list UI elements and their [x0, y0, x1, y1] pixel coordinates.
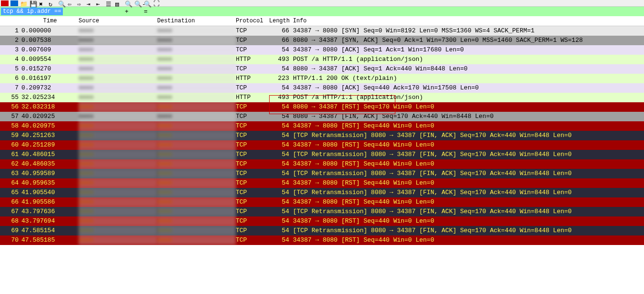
- cell-source: ■■■■: [79, 26, 157, 36]
- cell-source: ■■■■: [79, 159, 157, 169]
- cell-info: 34387 → 8080 [SYN] Seq=0 Win=8192 Len=0 …: [293, 26, 644, 36]
- cell-info: 8080 → 34387 [RST] Seq=170 Win=0 Len=0: [293, 102, 644, 112]
- cell-destination: ■■■■: [157, 45, 236, 55]
- cell-protocol: TCP: [236, 83, 269, 93]
- display-filter-bar: tcp && ip.addr ==: [0, 7, 644, 16]
- cell-time: 43.797636: [21, 207, 79, 216]
- cell-no: 62: [0, 159, 21, 169]
- cell-length: 493: [269, 93, 293, 102]
- square-red-icon[interactable]: [1, 0, 9, 6]
- header-length[interactable]: Length: [269, 18, 293, 24]
- cell-destination: ■■■■: [157, 131, 236, 140]
- cell-no: 64: [0, 178, 21, 188]
- cell-source: ■■■■: [79, 150, 157, 159]
- cell-info: 34387 → 8080 [RST] Seq=440 Win=0 Len=0: [293, 216, 644, 226]
- packet-row[interactable]: 6340.959589■■■■■■■■TCP54[TCP Retransmiss…: [0, 169, 644, 178]
- folder-icon[interactable]: 📁: [20, 0, 28, 6]
- packet-row[interactable]: 60.016197■■■■■■■■HTTP223HTTP/1.1 200 OK …: [0, 74, 644, 83]
- cell-no: 1: [0, 26, 21, 36]
- packet-row[interactable]: 40.009554■■■■■■■■HTTP493POST /a HTTP/1.1…: [0, 55, 644, 64]
- resize-columns-icon[interactable]: ⛶: [153, 0, 161, 6]
- header-time[interactable]: Time: [21, 18, 79, 24]
- cell-info: 34387 → 8080 [ACK] Seq=1 Ack=1 Win=17680…: [293, 45, 644, 55]
- cell-length: 493: [269, 55, 293, 64]
- cell-no: 59: [0, 131, 21, 140]
- cell-info: POST /a HTTP/1.1 (application/json): [293, 93, 644, 102]
- cell-protocol: TCP: [236, 169, 269, 178]
- cell-time: 0.016197: [21, 74, 79, 83]
- cell-no: 6: [0, 74, 21, 83]
- cell-protocol: TCP: [236, 235, 269, 245]
- packet-row[interactable]: 5940.251263■■■■■■■■TCP54[TCP Retransmiss…: [0, 131, 644, 140]
- cell-no: 4: [0, 55, 21, 64]
- zoom-out-icon[interactable]: 🔍-: [134, 0, 142, 6]
- cell-protocol: TCP: [236, 197, 269, 207]
- cell-info: POST /a HTTP/1.1 (application/json): [293, 55, 644, 64]
- cell-no: 66: [0, 197, 21, 207]
- packet-row[interactable]: 10.000000■■■■■■■■TCP6634387 → 8080 [SYN]…: [0, 26, 644, 36]
- cell-time: 0.009554: [21, 55, 79, 64]
- cell-info: 34387 → 8080 [RST] Seq=440 Win=0 Len=0: [293, 178, 644, 188]
- display-filter-input[interactable]: tcp && ip.addr ==: [1, 8, 63, 15]
- cell-destination: ■■■■: [157, 197, 236, 207]
- packet-row[interactable]: 6641.905586■■■■■■■■TCP5434387 → 8080 [RS…: [0, 197, 644, 207]
- packet-row[interactable]: 5740.020925■■■■■■■■TCP548080 → 34387 [FI…: [0, 112, 644, 121]
- square-blue-icon[interactable]: [10, 0, 18, 6]
- packet-row[interactable]: 6743.797636■■■■■■■■TCP54[TCP Retransmiss…: [0, 207, 644, 216]
- packet-row[interactable]: 6140.486015■■■■■■■■TCP54[TCP Retransmiss…: [0, 150, 644, 159]
- cell-time: 40.959635: [21, 178, 79, 188]
- header-info[interactable]: Info: [293, 18, 644, 24]
- cell-length: 54: [269, 188, 293, 197]
- search-icon[interactable]: 🔍: [58, 0, 66, 6]
- cell-protocol: TCP: [236, 121, 269, 131]
- packet-row[interactable]: 6947.585154■■■■■■■■TCP54[TCP Retransmiss…: [0, 226, 644, 235]
- cell-source: ■■■■: [79, 197, 157, 207]
- packet-list[interactable]: 10.000000■■■■■■■■TCP6634387 → 8080 [SYN]…: [0, 26, 644, 245]
- jump-first-icon[interactable]: ⇤: [96, 0, 104, 6]
- cell-info: [TCP Retransmission] 8080 → 34387 [FIN, …: [293, 188, 644, 197]
- packet-row[interactable]: 7047.585185■■■■■■■■TCP5434387 → 8080 [RS…: [0, 235, 644, 245]
- packet-row[interactable]: 6240.486035■■■■■■■■TCP5434387 → 8080 [RS…: [0, 159, 644, 169]
- cell-protocol: TCP: [236, 188, 269, 197]
- zoom-in-icon[interactable]: 🔍+: [125, 0, 132, 6]
- packet-row[interactable]: 6541.905540■■■■■■■■TCP54[TCP Retransmiss…: [0, 188, 644, 197]
- save-icon[interactable]: 💾: [30, 0, 37, 6]
- header-protocol[interactable]: Protocol: [236, 18, 269, 24]
- cell-length: 54: [269, 45, 293, 55]
- cell-time: 0.015270: [21, 64, 79, 74]
- cell-protocol: TCP: [236, 150, 269, 159]
- packet-row[interactable]: 5840.020975■■■■■■■■TCP5434387 → 8080 [RS…: [0, 121, 644, 131]
- forward-icon[interactable]: ⇨: [77, 0, 85, 6]
- header-destination[interactable]: Destination: [157, 18, 236, 24]
- cell-destination: ■■■■: [157, 140, 236, 150]
- reload-icon[interactable]: ↻: [49, 0, 56, 6]
- cell-source: ■■■■: [79, 140, 157, 150]
- cell-protocol: TCP: [236, 64, 269, 74]
- close-icon[interactable]: ✖: [39, 0, 47, 6]
- packet-row[interactable]: 6440.959635■■■■■■■■TCP5434387 → 8080 [RS…: [0, 178, 644, 188]
- packet-row[interactable]: 70.209732■■■■■■■■TCP5434387 → 8080 [ACK]…: [0, 83, 644, 93]
- cell-info: 34387 → 8080 [RST] Seq=440 Win=0 Len=0: [293, 197, 644, 207]
- packet-row[interactable]: 5532.025234■■■■■■■■HTTP493POST /a HTTP/1…: [0, 93, 644, 102]
- colorize-icon[interactable]: ▤: [115, 0, 123, 6]
- cell-length: 54: [269, 121, 293, 131]
- back-icon[interactable]: ⇦: [68, 0, 75, 6]
- cell-protocol: TCP: [236, 159, 269, 169]
- header-source[interactable]: Source: [79, 18, 157, 24]
- packet-row[interactable]: 30.007609■■■■■■■■TCP5434387 → 8080 [ACK]…: [0, 45, 644, 55]
- cell-protocol: HTTP: [236, 93, 269, 102]
- cell-protocol: TCP: [236, 226, 269, 235]
- cell-time: 40.020975: [21, 121, 79, 131]
- header-no[interactable]: [0, 18, 21, 24]
- cell-source: ■■■■: [79, 235, 157, 245]
- packet-row[interactable]: 20.007538■■■■■■■■TCP668080 → 34387 [SYN,…: [0, 36, 644, 45]
- zoom-reset-icon[interactable]: 🔍=: [144, 0, 151, 6]
- packet-row[interactable]: 50.015270■■■■■■■■TCP548080 → 34387 [ACK]…: [0, 64, 644, 74]
- auto-scroll-icon[interactable]: ☰: [106, 0, 113, 6]
- packet-row[interactable]: 6040.251289■■■■■■■■TCP5434387 → 8080 [RS…: [0, 140, 644, 150]
- jump-last-icon[interactable]: ⇥: [87, 0, 94, 6]
- cell-no: 58: [0, 121, 21, 131]
- packet-row[interactable]: 6843.797694■■■■■■■■TCP5434387 → 8080 [RS…: [0, 216, 644, 226]
- packet-row[interactable]: 5632.032318■■■■■■■■TCP548080 → 34387 [RS…: [0, 102, 644, 112]
- cell-time: 41.905540: [21, 188, 79, 197]
